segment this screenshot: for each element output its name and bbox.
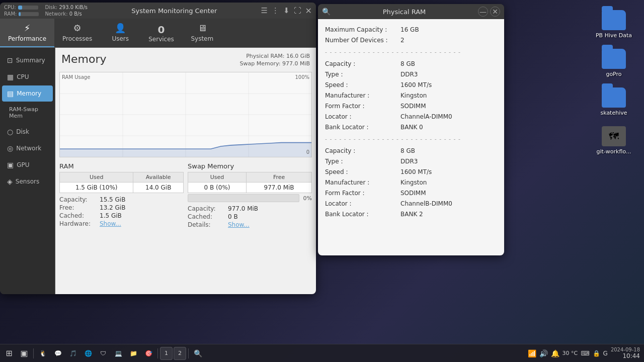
hamburger-icon[interactable]: ☰ (261, 6, 268, 16)
sidebar-item-summary[interactable]: ⊡ Summary (2, 52, 53, 68)
processes-icon: ⚙ (73, 23, 82, 33)
sidebar-item-disk[interactable]: ○ Disk (2, 124, 53, 140)
taskbar-app5-icon[interactable]: 🛡 (96, 346, 110, 360)
temperature-display: 30 °C (562, 350, 578, 356)
swap-table: Used Free 0 B (0%) 977.0 MiB (188, 172, 312, 193)
nav-performance[interactable]: ⚡ Performance (0, 19, 54, 47)
sidebar-item-cpu[interactable]: ▦ CPU (2, 69, 53, 85)
sidebar-summary-label: Summary (16, 57, 45, 64)
graph-y-max: 100% (295, 74, 309, 80)
search-icon[interactable]: 🔍 (322, 8, 331, 16)
num-dev-value: 2 (400, 36, 405, 45)
sidebar-item-ram-swap[interactable]: RAM-Swap Mem (2, 102, 53, 123)
ram-graph: RAM Usage 100% 0 (59, 72, 312, 157)
swap-cached-value: 0 B (228, 213, 238, 220)
ram-section: RAM Used Available 1.5 GiB (10%) 14.0 Gi… (59, 162, 184, 229)
divider-1: - - - - - - - - - - - - - - - - - - - - … (325, 49, 497, 55)
sidebar-item-memory[interactable]: ▤ Memory (2, 85, 53, 102)
ram-label: RAM: (4, 11, 17, 17)
taskbar-app1-icon[interactable]: 🐧 (36, 346, 50, 360)
taskbar-app4-icon[interactable]: 🌐 (81, 346, 95, 360)
nav-services[interactable]: 0 Services (140, 19, 182, 47)
hardware-show-link[interactable]: Show... (100, 220, 121, 227)
taskbar-search-icon[interactable]: 🔍 (191, 346, 205, 360)
swap-details-link[interactable]: Show... (228, 221, 250, 228)
menu-dots-icon[interactable]: ⋮ (272, 6, 279, 16)
desktop-icons: PB Hive Data goPro skatehive 🗺 git-workf… (594, 10, 634, 155)
max-cap-value: 16 GB (400, 25, 419, 34)
folder-icon (602, 10, 626, 30)
desktop-icon-git-workflow[interactable]: 🗺 git-workflo... (594, 126, 634, 155)
cached-label: Cached: (59, 212, 100, 219)
memory-header: Memory Physical RAM: 16.0 GiB Swap Memor… (55, 48, 316, 70)
taskbar-workspace1[interactable]: 1 (160, 347, 173, 360)
desktop-icon-gopro[interactable]: goPro (594, 49, 634, 77)
smc-nav: ⚡ Performance ⚙ Processes 👤 Users 0 Serv… (0, 19, 316, 48)
minimize-button[interactable]: — (478, 7, 488, 17)
nav-services-label: Services (148, 36, 174, 43)
cpu-sidebar-icon: ▦ (7, 73, 14, 81)
sidebar-item-sensors[interactable]: ◈ Sensors (2, 173, 53, 190)
graph-y-min: 0 (306, 149, 309, 155)
taskbar-separator2 (157, 348, 158, 358)
cached-value: 1.5 GiB (100, 212, 122, 219)
cpu-info: CPU: RAM: (4, 4, 39, 17)
taskbar-right: 📶 🔊 🔔 30 °C ⌨ 🔒 G 2024-09-18 10:44 (528, 347, 642, 359)
google-icon[interactable]: G (603, 350, 608, 357)
m2-type-label: Type : (325, 157, 400, 166)
taskbar-menu-icon[interactable]: ⊞ (2, 346, 16, 360)
memory-info: Physical RAM: 16.0 GiB Swap Memory: 977.… (240, 53, 310, 68)
taskbar-date: 2024-09-18 (611, 347, 640, 352)
desktop-icon-skatehive[interactable]: skatehive (594, 87, 634, 116)
taskbar: ⊞ ▣ 🐧 💬 🎵 🌐 🛡 💻 📁 🎯 1 2 🔍 📶 🔊 🔔 30 °C ⌨ … (0, 344, 644, 362)
taskbar-app7-icon[interactable]: 📁 (126, 346, 140, 360)
ram-stats-section: RAM Used Available 1.5 GiB (10%) 14.0 Gi… (55, 159, 316, 232)
m2-mfr-val: Kingston (400, 178, 427, 187)
taskbar-app6-icon[interactable]: 💻 (111, 346, 125, 360)
wifi-icon[interactable]: 📶 (528, 349, 536, 357)
taskbar-terminal-icon[interactable]: ▣ (17, 346, 31, 360)
sidebar-ram-swap-label: RAM-Swap Mem (9, 106, 48, 119)
maximize-icon[interactable]: ⛶ (294, 6, 301, 16)
desktop-icon-pb-hive-data[interactable]: PB Hive Data (594, 10, 634, 39)
download-icon[interactable]: ⬇ (283, 6, 290, 16)
sidebar-cpu-label: CPU (17, 73, 29, 80)
swap-section-title: Swap Memory (188, 162, 312, 170)
m1-type-val: DDR3 (400, 70, 418, 79)
network-value: 0 B/s (69, 11, 82, 17)
sidebar-gpu-label: GPU (17, 161, 29, 168)
sidebar-item-gpu[interactable]: ▣ GPU (2, 157, 53, 173)
m2-bank-val: BANK 2 (400, 210, 423, 219)
lock-icon[interactable]: 🔒 (593, 350, 600, 357)
physical-ram-titlebar: 🔍 Physical RAM — ✕ (318, 4, 504, 19)
taskbar-workspace2[interactable]: 2 (174, 347, 186, 360)
close-pr-button[interactable]: ✕ (490, 7, 500, 17)
nav-performance-label: Performance (8, 35, 46, 42)
nav-users[interactable]: 👤 Users (100, 19, 140, 47)
taskbar-app3-icon[interactable]: 🎵 (66, 346, 80, 360)
taskbar-app2-icon[interactable]: 💬 (51, 346, 65, 360)
hardware-label: Hardware: (59, 220, 100, 227)
nav-processes-label: Processes (62, 35, 92, 42)
taskbar-app8-icon[interactable]: 🎯 (141, 346, 155, 360)
nav-system[interactable]: 🖥 System (182, 19, 222, 47)
desktop-icon-label: git-workflo... (597, 148, 631, 155)
m1-type-label: Type : (325, 70, 400, 79)
capacity-value: 15.5 GiB (100, 196, 125, 203)
nav-processes[interactable]: ⚙ Processes (54, 19, 100, 47)
m2-speed-val: 1600 MT/s (400, 167, 432, 176)
close-button[interactable]: ✕ (305, 6, 312, 16)
m2-ff-label: Form Factor : (325, 189, 400, 198)
desktop-icon-label: goPro (606, 71, 621, 77)
notification-icon[interactable]: 🔔 (551, 349, 559, 357)
volume-icon[interactable]: 🔊 (539, 349, 548, 357)
m1-cap-val: 8 GB (400, 59, 415, 68)
swap-used-value: 0 B (0%) (188, 183, 247, 193)
swap-used-header: Used (188, 172, 247, 183)
sidebar-item-network[interactable]: ◎ Network (2, 140, 53, 156)
summary-icon: ⊡ (7, 56, 13, 64)
physical-ram-content: Maximum Capacity : 16 GB Number Of Devic… (318, 19, 504, 255)
sidebar-network-label: Network (16, 145, 41, 152)
swap-cached-label: Cached: (188, 213, 228, 220)
m2-bank-label: Bank Locator : (325, 210, 400, 219)
